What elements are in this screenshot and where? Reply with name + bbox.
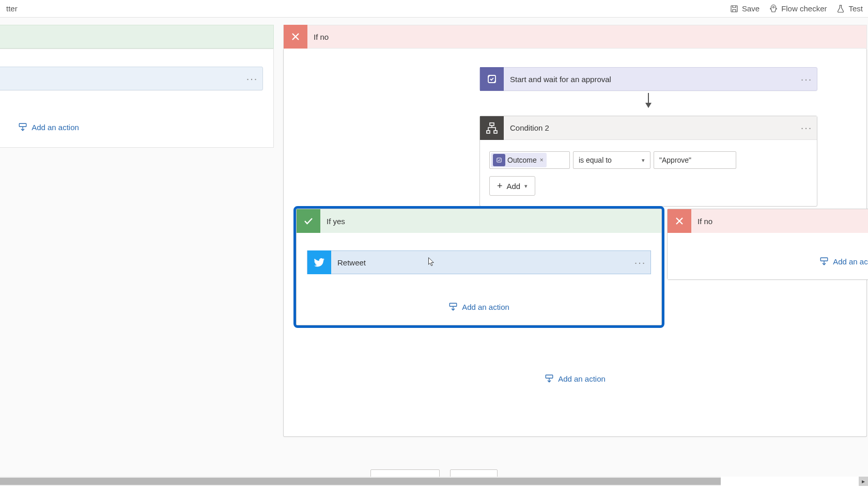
add-action-icon bbox=[448, 302, 458, 311]
add-action-button[interactable]: Add an action bbox=[297, 289, 661, 325]
inner-if-yes-container[interactable]: If yes Retweet ··· Add an action bbox=[296, 209, 662, 325]
more-menu-button[interactable]: ··· bbox=[242, 73, 262, 85]
remove-token-button[interactable]: × bbox=[537, 156, 544, 164]
save-icon bbox=[730, 4, 739, 13]
svg-rect-6 bbox=[494, 131, 497, 133]
condition-card[interactable]: Condition 2 ··· Outcome × bbox=[479, 116, 817, 207]
svg-rect-5 bbox=[487, 131, 490, 133]
scrollbar-thumb[interactable] bbox=[0, 478, 721, 485]
inner-if-no-container[interactable]: If no Add an action bbox=[667, 209, 868, 280]
close-icon bbox=[284, 25, 307, 49]
outcome-token-icon bbox=[493, 154, 505, 166]
flow-canvas[interactable]: d ··· Add an action If no Start and wai bbox=[0, 18, 868, 477]
check-icon bbox=[297, 209, 320, 233]
close-icon bbox=[668, 209, 691, 233]
chevron-down-icon: ▾ bbox=[642, 157, 645, 164]
add-action-button[interactable]: Add an action bbox=[0, 109, 273, 145]
approval-action-card[interactable]: Start and wait for an approval ··· bbox=[479, 67, 817, 91]
svg-rect-8 bbox=[450, 303, 457, 306]
more-menu-button[interactable]: ··· bbox=[796, 73, 817, 85]
page-title-fragment: tter bbox=[5, 4, 18, 13]
outer-if-yes-header[interactable] bbox=[0, 25, 274, 49]
chevron-down-icon: ▾ bbox=[524, 183, 528, 190]
new-step-button[interactable]: + New step bbox=[370, 469, 439, 477]
flow-arrow-icon bbox=[648, 93, 649, 107]
outer-if-no-header[interactable]: If no bbox=[283, 25, 867, 49]
retweet-action-card[interactable]: Retweet ··· bbox=[307, 250, 651, 274]
condition-value-input[interactable] bbox=[654, 151, 736, 169]
condition-left-operand[interactable]: Outcome × bbox=[489, 151, 570, 169]
approval-icon bbox=[480, 67, 504, 91]
svg-rect-0 bbox=[731, 6, 737, 12]
horizontal-scrollbar[interactable] bbox=[0, 477, 721, 486]
flow-checker-icon bbox=[769, 4, 778, 13]
test-icon bbox=[836, 4, 845, 13]
svg-rect-4 bbox=[490, 123, 494, 125]
add-action-icon bbox=[545, 374, 554, 383]
save-button[interactable]: Save bbox=[730, 4, 760, 13]
condition-operator-select[interactable]: is equal to ▾ bbox=[573, 151, 650, 169]
scrollbar-right-button[interactable]: ▸ bbox=[859, 477, 868, 486]
condition-icon bbox=[480, 116, 504, 140]
svg-point-1 bbox=[773, 6, 774, 8]
more-menu-button[interactable]: ··· bbox=[630, 257, 650, 269]
twitter-icon bbox=[307, 250, 331, 274]
svg-rect-2 bbox=[19, 123, 26, 127]
add-action-icon bbox=[819, 257, 829, 266]
outer-ifyes-action-card[interactable]: d ··· bbox=[0, 67, 263, 90]
test-button[interactable]: Test bbox=[836, 4, 863, 13]
svg-rect-10 bbox=[546, 375, 553, 378]
condition-add-button[interactable]: + Add ▾ bbox=[489, 176, 535, 196]
save-footer-button[interactable]: Save bbox=[450, 469, 498, 477]
svg-rect-9 bbox=[820, 258, 828, 261]
more-menu-button[interactable]: ··· bbox=[796, 122, 817, 134]
add-action-button[interactable]: Add an action bbox=[668, 243, 868, 279]
flow-checker-button[interactable]: Flow checker bbox=[769, 4, 827, 13]
add-action-icon bbox=[18, 122, 27, 132]
add-action-button[interactable]: Add an action bbox=[284, 360, 866, 397]
